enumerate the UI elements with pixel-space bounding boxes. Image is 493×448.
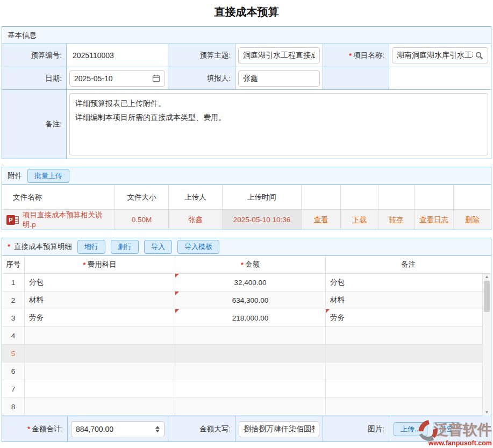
vertical-scrollbar[interactable]: ▲ ▼ <box>482 274 491 416</box>
file-name-cell[interactable]: P 项目直接成本预算相关说明.p <box>2 210 115 230</box>
action-cell: 查看日志 <box>415 210 454 230</box>
budget-no-value: 2025110003 <box>69 51 114 60</box>
subject-cell[interactable] <box>25 345 175 362</box>
remark-textarea[interactable]: 详细预算报表已上传附件。 详细编制本项目所需的直接成本类型、费用。 <box>69 93 488 155</box>
scroll-up-arrow[interactable]: ▲ <box>483 274 491 280</box>
import-template-button[interactable]: 导入模板 <box>177 240 219 254</box>
stepper-up-icon[interactable] <box>155 426 160 429</box>
file-name-header: 文件名称 <box>2 185 115 209</box>
delete-link[interactable]: 删除 <box>465 215 480 225</box>
project-input[interactable]: 湖南洞庭湖水库引水工程项目 <box>392 47 488 63</box>
remark-cell[interactable] <box>326 345 491 362</box>
subject-cell[interactable] <box>25 380 175 397</box>
page-title: 直接成本预算 <box>0 0 493 26</box>
total-amount-input[interactable]: 884,700.00 <box>71 421 165 437</box>
detail-row[interactable]: 8 <box>2 398 491 416</box>
subject-cell[interactable] <box>25 362 175 380</box>
amount-cell[interactable] <box>175 398 326 415</box>
budget-no-label: 预算编号: <box>2 44 67 67</box>
subject-cell[interactable]: 劳务 <box>25 309 175 326</box>
action-cell: 删除 <box>454 210 491 230</box>
amount-cell[interactable]: 218,000.00 <box>175 309 326 326</box>
remark-cell[interactable] <box>326 398 491 415</box>
amount-cell[interactable] <box>175 362 326 380</box>
amount-cell[interactable] <box>175 327 326 344</box>
file-size-header: 文件大小 <box>115 185 169 209</box>
remark-cell[interactable]: 分包 <box>326 274 491 291</box>
summary-bar: * 金额合计: 884,700.00 金额大写: 捌拾捌万肆仟柒佰圆整 <box>2 416 491 442</box>
attachment-row: P 项目直接成本预算相关说明.p 0.50M 张鑫 2025-05-10 10:… <box>2 209 491 230</box>
calendar-icon[interactable] <box>152 74 160 82</box>
required-star: * <box>8 243 10 251</box>
amount-stepper[interactable] <box>155 426 160 432</box>
upload-time-cell: 2025-05-10 10:36 <box>223 210 302 230</box>
filler-cell: 张鑫 <box>235 67 323 90</box>
budget-no-cell: 2025110003 <box>67 44 168 67</box>
date-label: 日期: <box>2 67 67 90</box>
project-cell: 湖南洞庭湖水库引水工程项目 <box>389 44 491 67</box>
amount-cell[interactable] <box>175 380 326 397</box>
detail-header: * 直接成本预算明细 增行 删行 导入 导入模板 <box>2 238 491 256</box>
detail-row[interactable]: 1分包32,400.00分包 <box>2 274 491 291</box>
required-star: * <box>27 425 30 433</box>
view-log-link[interactable]: 查看日志 <box>419 215 448 225</box>
amount-words-input[interactable]: 捌拾捌万肆仟柒佰圆整 <box>239 421 319 437</box>
amount-cell[interactable] <box>175 345 326 362</box>
scrollbar-thumb[interactable] <box>484 281 490 312</box>
row-seq: 7 <box>2 380 25 397</box>
basic-info-title: 基本信息 <box>8 31 37 40</box>
download-link[interactable]: 下载 <box>352 215 367 225</box>
file-name-text[interactable]: 项目直接成本预算相关说明.p <box>23 210 115 230</box>
amount-header: * 金额 <box>175 256 326 273</box>
remark-header: 备注 <box>326 256 491 273</box>
date-input[interactable]: 2025-05-10 <box>69 70 165 87</box>
search-icon[interactable] <box>475 52 483 60</box>
remark-cell[interactable] <box>326 362 491 380</box>
row-seq: 2 <box>2 291 25 309</box>
ppt-file-icon: P <box>6 215 19 225</box>
row-seq: 6 <box>2 362 25 380</box>
import-button[interactable]: 导入 <box>144 240 172 254</box>
image-upload-button[interactable]: 上传... <box>394 422 427 436</box>
remark-cell[interactable] <box>326 327 491 344</box>
image-label: 图片: <box>323 416 389 442</box>
subject-cell[interactable] <box>25 327 175 344</box>
subject-cell[interactable] <box>25 398 175 415</box>
detail-row[interactable]: 6 <box>2 362 491 380</box>
basic-info-grid: 预算编号: 2025110003 预算主题: 洞庭湖引水工程直接成本预 * 项目… <box>2 44 491 159</box>
scroll-down-arrow[interactable]: ▼ <box>483 409 491 416</box>
image-clear-button[interactable]: 清空 <box>433 422 461 436</box>
stepper-down-icon[interactable] <box>155 430 160 432</box>
subject-cell[interactable]: 材料 <box>25 291 175 309</box>
row-seq: 1 <box>2 274 25 291</box>
amount-words-label: 金额大写: <box>168 416 235 442</box>
batch-upload-button[interactable]: 批量上传 <box>27 169 69 183</box>
delete-row-button[interactable]: 删行 <box>111 240 139 254</box>
remark-cell[interactable]: 劳务 <box>326 309 491 326</box>
attachments-title: 附件 <box>8 171 22 181</box>
view-link[interactable]: 查看 <box>314 215 328 225</box>
filler-input[interactable]: 张鑫 <box>238 70 320 87</box>
transfer-link[interactable]: 转存 <box>389 215 404 225</box>
add-row-button[interactable]: 增行 <box>77 240 105 254</box>
detail-row[interactable]: 7 <box>2 380 491 398</box>
subject-input[interactable]: 洞庭湖引水工程直接成本预 <box>238 47 320 63</box>
remark-cell[interactable]: 材料 <box>326 291 491 309</box>
detail-row[interactable]: 3劳务218,000.00劳务 <box>2 309 491 327</box>
total-amount-cell: 884,700.00 <box>68 416 168 442</box>
action-header-cell <box>454 185 491 209</box>
detail-panel: * 直接成本预算明细 增行 删行 导入 导入模板 序号 * 费用科目 * 金额 … <box>2 238 491 442</box>
file-size-cell: 0.50M <box>115 210 169 230</box>
filler-label: 填报人: <box>168 67 235 90</box>
amount-cell[interactable]: 634,300.00 <box>175 291 326 309</box>
page: 直接成本预算 基本信息 预算编号: 2025110003 预算主题: 洞庭湖引水… <box>0 0 493 448</box>
detail-row[interactable]: 2材料634,300.00材料 <box>2 291 491 309</box>
detail-row[interactable]: 4 <box>2 327 491 345</box>
amount-cell[interactable]: 32,400.00 <box>175 274 326 291</box>
action-cell: 转存 <box>378 210 415 230</box>
subject-header: * 费用科目 <box>25 256 175 273</box>
remark-cell[interactable] <box>326 380 491 397</box>
image-buttons-cell: 上传... 清空 <box>389 416 491 442</box>
subject-cell[interactable]: 分包 <box>25 274 175 291</box>
detail-row[interactable]: 5 <box>2 345 491 362</box>
